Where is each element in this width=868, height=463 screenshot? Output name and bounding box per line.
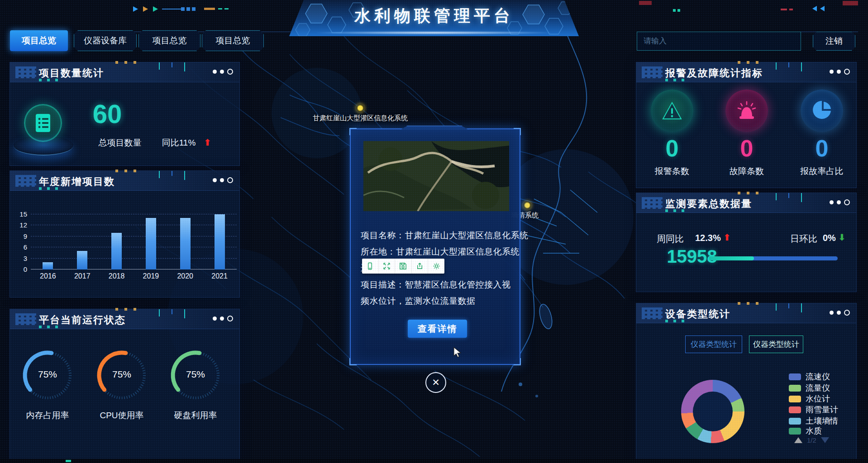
map-marker-shangqing[interactable]: 墒情系统 — [523, 201, 539, 220]
header-deco-grid — [642, 307, 663, 319]
save-icon[interactable] — [395, 259, 411, 274]
deco-dash-gold — [204, 8, 215, 10]
data-volume-progress-track — [709, 256, 838, 260]
legend-item[interactable]: 土壤墒情 — [789, 416, 838, 425]
view-details-label: 查看详情 — [418, 323, 458, 335]
bar — [43, 262, 53, 269]
mobile-capture-icon[interactable] — [362, 259, 378, 274]
x-category-label: 2017 — [65, 272, 100, 280]
header-deco-ticks — [159, 62, 185, 71]
header-deco-gold — [115, 308, 136, 311]
y-tick-label: 6 — [15, 243, 27, 251]
legend-item[interactable]: 雨雪量计 — [789, 405, 838, 414]
legend-item[interactable]: 水质 — [789, 426, 822, 435]
logout-label: 注销 — [825, 35, 843, 47]
deco-dash-teal — [224, 8, 229, 9]
alarm-warning-icon — [651, 90, 693, 132]
panel-options-dots[interactable] — [213, 316, 233, 321]
gauge-memory: 75% — [21, 349, 74, 402]
field-value: 甘肃红崖山大型灌区信息化系统 — [405, 231, 529, 240]
legend-item[interactable]: 水位计 — [789, 394, 830, 403]
legend-label: 流量仪 — [806, 383, 830, 393]
data-volume-progress-fill — [709, 256, 754, 260]
panel-title: 年度新增项目数 — [39, 175, 115, 189]
popup-corner — [349, 358, 357, 365]
panel-device-types: 设备类型统计 仪器类型统计 仪器类型统计 流速仪 流量仪 水位计 雨雪量计 土壤… — [636, 303, 857, 463]
legend-swatch — [789, 428, 801, 435]
legend-swatch — [789, 396, 801, 402]
fault-count-label: 故障条数 — [711, 165, 783, 177]
deco-square-teal — [673, 9, 676, 12]
gauge-label-cpu: CPU使用率 — [86, 410, 157, 421]
header-deco-grid — [15, 175, 36, 187]
wow-up-arrow-icon: ⬆ — [723, 232, 731, 243]
gauge-label-disk: 硬盘利用率 — [160, 410, 231, 421]
deco-triangle-left-blue — [812, 6, 817, 11]
tab-instrument-library[interactable]: 仪器设备库 — [74, 30, 137, 51]
panel-options-dots[interactable] — [830, 199, 850, 205]
map-marker-ganshu[interactable]: 甘肃红崖山大型灌区信息化系统 — [313, 104, 408, 123]
dod-down-arrow-icon: ⬇ — [838, 232, 846, 243]
banner-light-streak — [316, 31, 552, 34]
gauge-label-memory: 内存占用率 — [12, 410, 83, 421]
header-deco-gold — [115, 170, 136, 172]
annual-projects-bar-chart: 03691215 — [31, 214, 237, 269]
panel-title: 项目数量统计 — [39, 66, 104, 80]
tab-project-overview-3[interactable]: 项目总览 — [202, 30, 264, 51]
bar — [146, 218, 156, 269]
bar — [77, 251, 87, 269]
deco-triangle-left-blue — [820, 6, 825, 11]
panel-alarm-stats: 报警及故障统计指标 — [636, 62, 857, 188]
snip-toolbar — [362, 259, 444, 274]
marker-dot-icon[interactable] — [523, 201, 531, 209]
y-tick-label: 15 — [15, 210, 27, 218]
legend-page-down-icon[interactable] — [821, 437, 829, 443]
legend-item[interactable]: 流速仪 — [789, 372, 830, 381]
marker-dot-icon[interactable] — [356, 104, 364, 112]
deco-dash-red — [789, 9, 793, 10]
field-value: 甘肃红崖山大型灌区信息化系统 — [396, 247, 520, 256]
logout-button[interactable]: 注销 — [813, 32, 855, 51]
expand-icon[interactable] — [378, 259, 395, 274]
popup-close-button[interactable]: ✕ — [425, 372, 446, 393]
device-tab-instrument-2[interactable]: 仪器类型统计 — [749, 335, 803, 353]
legend-item[interactable]: 流量仪 — [789, 383, 830, 392]
tab-project-overview-1[interactable]: 项目总览 — [10, 30, 68, 51]
legend-swatch — [789, 385, 801, 392]
yoy-up-arrow-icon: ⬆ — [204, 137, 211, 148]
total-project-label: 总项目数量 — [86, 137, 154, 149]
bottom-teal-dash — [66, 460, 71, 462]
legend-page-up-icon[interactable] — [794, 437, 802, 443]
device-tab-instrument-1[interactable]: 仪器类型统计 — [685, 335, 742, 353]
device-tab-label: 仪器类型统计 — [753, 339, 799, 350]
share-icon[interactable] — [411, 259, 428, 274]
panel-header: 平台当前运行状态 — [10, 309, 239, 329]
tab-project-overview-2[interactable]: 项目总览 — [138, 30, 200, 51]
deco-square-teal — [677, 9, 680, 12]
panel-title: 平台当前运行状态 — [39, 313, 126, 327]
panel-options-dots[interactable] — [830, 69, 850, 75]
deco-square — [186, 7, 190, 11]
popup-project-name: 项目名称：甘肃红崖山大型灌区信息化系统 — [361, 230, 515, 241]
header-deco-teal — [39, 326, 58, 328]
x-category-label: 2016 — [31, 272, 65, 280]
header-deco-ticks — [776, 62, 802, 71]
popup-corner — [514, 128, 521, 135]
header-deco-grid — [15, 313, 36, 325]
y-tick-label: 12 — [15, 221, 27, 229]
view-details-button[interactable]: 查看详情 — [408, 320, 467, 338]
header-deco-ticks — [159, 309, 185, 318]
panel-options-dots[interactable] — [213, 177, 233, 183]
search-input[interactable] — [637, 32, 801, 51]
panel-options-dots[interactable] — [830, 310, 850, 316]
settings-gear-icon[interactable] — [428, 259, 444, 274]
popup-top-notch — [401, 126, 468, 130]
icon-pedestal-glow — [14, 136, 73, 156]
fault-rate-label: 报故率占比 — [786, 165, 858, 177]
alarm-count-value: 0 — [651, 135, 693, 162]
header-deco-teal — [39, 187, 58, 190]
bottom-strip — [0, 459, 868, 463]
fault-count-value: 0 — [725, 135, 768, 162]
panel-options-dots[interactable] — [213, 69, 233, 75]
tab-label: 仪器设备库 — [84, 35, 127, 47]
